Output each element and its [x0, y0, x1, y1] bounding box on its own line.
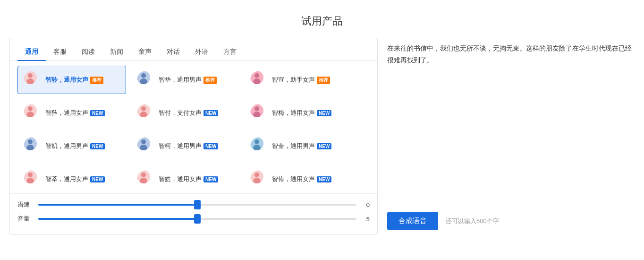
voice-name-zhicui: 智萃，通用女声NEW — [45, 175, 105, 183]
voice-card-zhicui[interactable]: 智萃，通用女声NEW — [17, 165, 126, 193]
voice-card-zhiyou[interactable]: 智侑，通用女声NEW — [244, 165, 353, 193]
svg-point-10 — [28, 106, 33, 111]
avatar-zhike — [137, 137, 155, 155]
voice-card-zhining[interactable]: 智矜，通用女声NEW — [17, 99, 126, 127]
speed-label: 语速 — [17, 200, 34, 209]
voice-label: 智宣，助手女声 — [272, 76, 315, 83]
avatar-zhikai — [24, 137, 42, 155]
voice-label: 智付，支付女声 — [159, 109, 202, 116]
voice-name-zhihua: 智华，通用男声推荐 — [159, 76, 217, 84]
avatar-zhicui — [24, 170, 42, 188]
voice-badge-zhifu: NEW — [203, 110, 218, 116]
voice-badge-zhiyou: NEW — [317, 176, 331, 182]
slider-row-speed: 语速 0 — [17, 200, 370, 209]
voice-card-zhikai[interactable]: 智凯，通用男声NEW — [17, 132, 126, 160]
voice-name-zhifu: 智付，支付女声NEW — [159, 109, 218, 117]
svg-point-22 — [141, 139, 146, 144]
voice-badge-zhining: NEW — [90, 110, 105, 116]
right-panel: 在来往的书信中，我们也无所不谈，无拘无束。这样的朋友除了在学生时代现在已经很难再… — [387, 38, 635, 235]
voice-row-3: 智凯，通用男声NEW 智柯，通用男声NEW — [17, 132, 373, 160]
voice-label: 智矜，通用女声 — [45, 109, 88, 116]
volume-slider[interactable] — [38, 218, 356, 220]
svg-point-16 — [254, 106, 259, 111]
voice-row-2: 智矜，通用女声NEW 智付，支付女声NEW — [17, 99, 373, 127]
avatar-zhihua — [137, 71, 155, 89]
tab-dialect[interactable]: 方言 — [216, 44, 244, 61]
voice-badge-zhihao: NEW — [203, 176, 218, 182]
voice-badge-zhikai: NEW — [90, 143, 105, 149]
page-title: 试用产品 — [0, 0, 644, 38]
voice-row-1: 智聆，通用女声推荐 智华，通用男声推荐 — [17, 66, 373, 94]
tab-general[interactable]: 通用 — [17, 44, 46, 61]
avatar-zhining — [24, 104, 42, 122]
synthesize-button[interactable]: 合成语音 — [387, 212, 438, 230]
svg-point-1 — [28, 73, 33, 78]
avatar-zhiling — [24, 71, 42, 89]
voice-label: 智奎，通用男声 — [272, 142, 315, 149]
svg-point-25 — [254, 139, 259, 144]
avatar-zhixuan — [250, 71, 268, 89]
voice-label: 智华，通用男声 — [159, 76, 202, 83]
svg-point-7 — [254, 73, 259, 78]
voice-badge-zhicui: NEW — [90, 176, 105, 182]
bottom-actions: 合成语音 还可以输入500个字 — [387, 212, 635, 230]
svg-point-4 — [141, 73, 146, 78]
tab-news[interactable]: 新闻 — [102, 44, 131, 61]
voice-card-zhimei[interactable]: 智梅，通用女声NEW — [244, 99, 353, 127]
avatar-zhifu — [137, 104, 155, 122]
char-hint: 还可以输入500个字 — [446, 217, 499, 225]
voice-name-zhikai: 智凯，通用男声NEW — [45, 142, 105, 150]
slider-row-volume: 音量 5 — [17, 215, 370, 223]
voice-card-zhikui[interactable]: 智奎，通用男声NEW — [244, 132, 353, 160]
main-container: 通用 客服 阅读 新闻 童声 对话 外语 方言 — [0, 38, 644, 244]
avatar-zhihao — [137, 170, 155, 188]
voice-name-zhiling: 智聆，通用女声推荐 — [45, 76, 103, 84]
speed-slider[interactable] — [38, 204, 356, 206]
svg-point-28 — [28, 173, 33, 177]
tabs-bar: 通用 客服 阅读 新闻 童声 对话 外语 方言 — [10, 38, 377, 61]
speed-value: 0 — [360, 201, 370, 208]
voice-label: 智梅，通用女声 — [272, 109, 315, 116]
voice-card-zhifu[interactable]: 智付，支付女声NEW — [131, 99, 239, 127]
voice-label: 智柯，通用男声 — [159, 142, 202, 149]
voice-card-zhiling[interactable]: 智聆，通用女声推荐 — [17, 66, 126, 94]
volume-label: 音量 — [17, 215, 34, 223]
sliders-area: 语速 0 音量 5 — [10, 193, 377, 234]
voice-name-zhikui: 智奎，通用男声NEW — [272, 142, 331, 150]
avatar-zhimei — [250, 104, 268, 122]
volume-value: 5 — [360, 216, 370, 223]
voice-label: 智凯，通用男声 — [45, 142, 88, 149]
left-panel: 通用 客服 阅读 新闻 童声 对话 外语 方言 — [9, 38, 378, 235]
svg-point-34 — [254, 173, 259, 177]
voice-name-zhiyou: 智侑，通用女声NEW — [272, 175, 331, 183]
avatar-zhikui — [250, 137, 268, 155]
voices-scroll[interactable]: 智聆，通用女声推荐 智华，通用男声推荐 — [10, 61, 377, 193]
voice-name-zhixuan: 智宣，助手女声推荐 — [272, 76, 330, 84]
tab-child[interactable]: 童声 — [131, 44, 159, 61]
voice-name-zhihao: 智皓，通用女声NEW — [159, 175, 218, 183]
voice-card-zhixuan[interactable]: 智宣，助手女声推荐 — [244, 66, 353, 94]
svg-point-19 — [28, 139, 33, 144]
voice-card-zhihua[interactable]: 智华，通用男声推荐 — [131, 66, 239, 94]
tab-dialog[interactable]: 对话 — [159, 44, 187, 61]
voice-badge-zhike: NEW — [203, 143, 218, 149]
tab-reading[interactable]: 阅读 — [74, 44, 102, 61]
svg-point-31 — [141, 173, 146, 177]
svg-point-13 — [141, 106, 146, 111]
voice-row-4: 智萃，通用女声NEW 智皓，通用女声NEW — [17, 165, 373, 193]
voice-card-zhike[interactable]: 智柯，通用男声NEW — [131, 132, 239, 160]
voice-name-zhining: 智矜，通用女声NEW — [45, 109, 105, 117]
sample-text: 在来往的书信中，我们也无所不谈，无拘无束。这样的朋友除了在学生时代现在已经很难再… — [387, 43, 635, 212]
voice-badge-zhikui: NEW — [317, 143, 331, 149]
voice-card-zhihao[interactable]: 智皓，通用女声NEW — [131, 165, 239, 193]
voice-badge-zhiling: 推荐 — [90, 77, 103, 84]
voice-badge-zhihua: 推荐 — [203, 77, 217, 84]
voice-name-zhimei: 智梅，通用女声NEW — [272, 109, 331, 117]
voice-badge-zhimei: NEW — [317, 110, 331, 116]
tab-foreign[interactable]: 外语 — [187, 44, 216, 61]
voice-label: 智侑，通用女声 — [272, 175, 315, 182]
voice-label: 智皓，通用女声 — [159, 175, 202, 182]
tab-service[interactable]: 客服 — [46, 44, 74, 61]
voice-badge-zhixuan: 推荐 — [317, 77, 330, 84]
avatar-zhiyou — [250, 170, 268, 188]
